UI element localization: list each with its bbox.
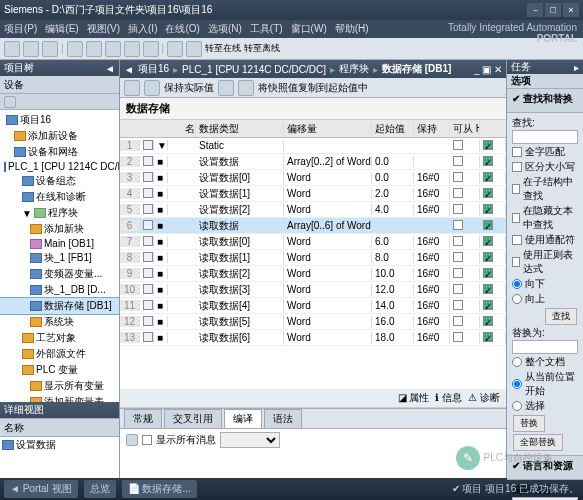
replace-input[interactable] [512,340,578,354]
table-row[interactable]: 4■设置数据[1]Word2.016#0✓ [120,186,506,202]
tree-item[interactable]: 块_1 [FB1] [0,250,119,266]
bc-plc[interactable]: PLC_1 [CPU 1214C DC/DC/DC] [182,64,326,75]
tab-properties[interactable]: ◪ 属性 [398,391,430,405]
table-row[interactable]: 7■读取数据[0]Word6.016#0✓ [120,234,506,250]
ctb-icon2[interactable] [144,80,160,96]
data-grid[interactable]: 名称数据类型偏移量起始值保持可从 H... 1▼Static✓2■设置数据Arr… [120,120,506,389]
table-row[interactable]: 6■读取数据Array[0..6] of Word ▼✓ [120,218,506,234]
btab-syntax[interactable]: 语法 [264,409,302,429]
find-input[interactable] [512,130,578,144]
tree-item[interactable]: 工艺对象 [0,330,119,346]
tree-item[interactable]: PLC 变量 [0,362,119,378]
find-button[interactable]: 查找 [545,308,577,325]
cb-regex[interactable] [512,257,520,267]
table-row[interactable]: 12■读取数据[5]Word16.016#0✓ [120,314,506,330]
paste-icon[interactable] [105,41,121,57]
new-icon[interactable] [4,41,20,57]
table-row[interactable]: 5■设置数据[2]Word4.016#0✓ [120,202,506,218]
undo-icon[interactable] [124,41,140,57]
radio-from-pos[interactable] [512,379,522,389]
close-button[interactable]: × [563,3,579,17]
table-row[interactable]: 11■读取数据[4]Word14.016#0✓ [120,298,506,314]
bc-blocks[interactable]: 程序块 [339,62,369,76]
msg-filter-icon[interactable] [126,434,138,446]
snapshot-icon[interactable] [218,80,234,96]
tree-item[interactable]: 添加新块 [0,221,119,237]
menu-project[interactable]: 项目(P) [4,22,37,36]
tree-item[interactable]: 项目16 [0,112,119,128]
msg-filter-select[interactable] [220,432,280,448]
menu-window[interactable]: 窗口(W) [291,22,327,36]
tree-item[interactable]: 添加新变量表 [0,394,119,402]
tree-item[interactable]: 显示所有变量 [0,378,119,394]
table-row[interactable]: 1▼Static✓ [120,138,506,154]
table-row[interactable]: 2■设置数据Array[0..2] of Word0.0✓ [120,154,506,170]
download-icon[interactable] [186,41,202,57]
copy-icon[interactable] [86,41,102,57]
maximize-button[interactable]: □ [545,3,561,17]
tree-item[interactable]: 添加新设备 [0,128,119,144]
bc-back-icon[interactable]: ◄ [124,64,134,75]
detail-item[interactable]: 设置数据 [16,438,56,452]
cut-icon[interactable] [67,41,83,57]
tree-item[interactable]: 系统块 [0,314,119,330]
project-tree[interactable]: 项目16添加新设备设备和网络PLC_1 [CPU 1214C DC/DC/...… [0,110,119,402]
tree-item[interactable]: ▼ 程序块 [0,205,119,221]
tree-item[interactable]: 块_1_DB [D... [0,282,119,298]
tree-item[interactable]: 设备和网络 [0,144,119,160]
overview-tab[interactable]: 总览 [84,480,116,498]
tasks-collapse-icon[interactable]: ▸ [574,62,579,73]
ctb-icon3[interactable] [238,80,254,96]
menu-tools[interactable]: 工具(T) [250,22,283,36]
cb-substructure[interactable] [512,184,520,194]
tree-item[interactable]: PLC_1 [CPU 1214C DC/DC/...] [0,160,119,173]
collapse-icon[interactable]: ◄ [105,63,115,74]
tree-item[interactable]: 数据存储 [DB1] [0,298,119,314]
devices-tab[interactable]: 设备 [4,78,24,92]
radio-down[interactable] [512,279,522,289]
btab-compile[interactable]: 编译 [224,409,262,429]
cb-whole-word[interactable] [512,147,522,157]
cb-hidden[interactable] [512,213,520,223]
menu-help[interactable]: 帮助(H) [335,22,369,36]
cb-case[interactable] [512,162,522,172]
compile-icon[interactable] [167,41,183,57]
table-row[interactable]: 10■读取数据[3]Word12.016#0✓ [120,282,506,298]
bc-project[interactable]: 项目16 [138,62,169,76]
menu-insert[interactable]: 插入(I) [128,22,157,36]
radio-selection[interactable] [512,401,522,411]
radio-whole-doc[interactable] [512,357,522,367]
menu-options[interactable]: 选项(N) [208,22,242,36]
open-icon[interactable] [23,41,39,57]
editor-window-controls[interactable]: _ ▣ ✕ [474,64,502,75]
tree-item[interactable]: 外部源文件 [0,346,119,362]
save-icon[interactable] [42,41,58,57]
tree-item[interactable]: 变频器变量... [0,266,119,282]
tab-diag[interactable]: ⚠ 诊断 [468,391,500,405]
table-row[interactable]: 9■读取数据[2]Word10.016#0✓ [120,266,506,282]
portal-view-tab[interactable]: ◄ Portal 视图 [4,480,78,498]
find-replace-header[interactable]: ✔ 查找和替换 [512,92,578,106]
minimize-button[interactable]: － [527,3,543,17]
show-all-checkbox[interactable] [142,435,152,445]
db-tab[interactable]: 📄 数据存储... [122,480,197,498]
menu-view[interactable]: 视图(V) [87,22,120,36]
tree-tool-icon[interactable] [4,96,16,108]
tree-item[interactable]: 在线和诊断 [0,189,119,205]
radio-up[interactable] [512,294,522,304]
keep-actual-values[interactable]: 保持实际值 [164,81,214,95]
menu-edit[interactable]: 编辑(E) [45,22,78,36]
table-row[interactable]: 13■读取数据[6]Word18.016#0✓ [120,330,506,346]
table-row[interactable]: 8■读取数据[1]Word8.016#0✓ [120,250,506,266]
tree-item[interactable]: 设备组态 [0,173,119,189]
btab-general[interactable]: 常规 [124,409,162,429]
replace-button[interactable]: 替换 [513,415,545,432]
btab-xref[interactable]: 交叉引用 [164,409,222,429]
menu-online[interactable]: 在线(O) [165,22,199,36]
cb-wildcard[interactable] [512,235,522,245]
redo-icon[interactable] [143,41,159,57]
tab-info[interactable]: ℹ 信息 [435,391,462,405]
ctb-icon1[interactable] [124,80,140,96]
copy-snapshot[interactable]: 将快照值复制到起始值中 [258,81,368,95]
tree-item[interactable]: Main [OB1] [0,237,119,250]
